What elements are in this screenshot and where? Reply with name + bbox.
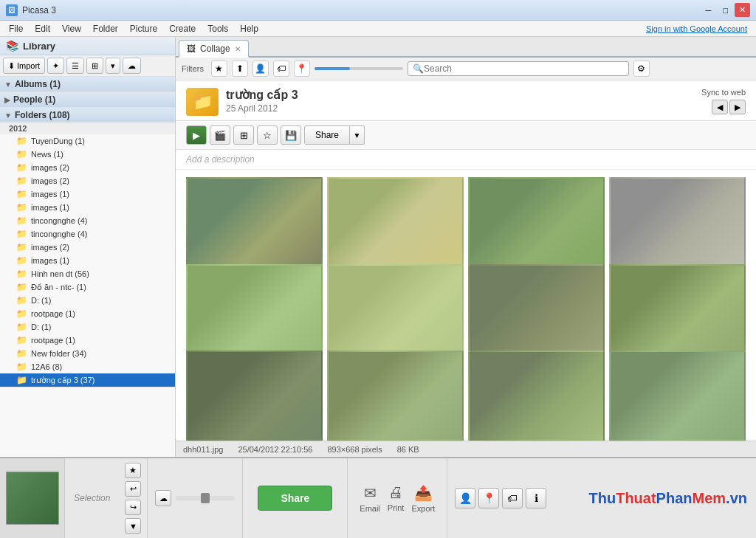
- folder-hinhnendt[interactable]: 📁Hinh nen dt (56): [0, 267, 175, 280]
- search-options-button[interactable]: ⚙: [633, 61, 650, 77]
- menu-folder[interactable]: Folder: [87, 22, 124, 35]
- minimize-button[interactable]: ─: [701, 3, 716, 17]
- photo-thumb-9[interactable]: [186, 351, 323, 441]
- sync-right-button[interactable]: ▶: [729, 100, 746, 114]
- menu-create[interactable]: Create: [163, 22, 202, 35]
- maximize-button[interactable]: □: [718, 3, 733, 17]
- status-datetime: 25/04/2012 22:10:56: [238, 445, 312, 454]
- folders-section: ▼ Folders (108) 2012 📁TuyenDung (1) 📁New…: [0, 108, 175, 387]
- menubar: File Edit View Folder Picture Create Too…: [0, 21, 756, 37]
- status-filename: dhh011.jpg: [183, 445, 223, 454]
- filter-tag-button[interactable]: 🏷: [273, 61, 289, 77]
- menu-tools[interactable]: Tools: [202, 22, 234, 35]
- slideshow-button[interactable]: ▶: [186, 125, 207, 145]
- zoom-slider[interactable]: [176, 496, 235, 500]
- folder-icon: 📁: [16, 282, 27, 292]
- info-button[interactable]: ℹ: [526, 488, 546, 508]
- export-action[interactable]: 📤 Export: [411, 484, 435, 513]
- sidebar-toolbar: ⬇ Import ✦ ☰ ⊞ ▾ ☁: [0, 55, 175, 77]
- album-toolbar: ▶ 🎬 ⊞ ☆ 💾 Share ▼: [176, 121, 756, 150]
- album-description[interactable]: Add a description: [176, 150, 756, 170]
- sidebar: 📚 Library ⬇ Import ✦ ☰ ⊞ ▾ ☁: [0, 37, 176, 457]
- upload-button[interactable]: ☁: [123, 58, 141, 74]
- share-section: Share: [243, 458, 348, 538]
- close-button[interactable]: ✕: [735, 3, 750, 17]
- folder-images1[interactable]: 📁images (2): [0, 161, 175, 174]
- sidebar-scroll[interactable]: ▼ Albums (1) ▶ People (1) ▼ Folders (108…: [0, 77, 175, 457]
- tag-button[interactable]: 🏷: [502, 488, 523, 508]
- tab-icon: 🖼: [187, 44, 196, 54]
- grid-button[interactable]: ⊞: [233, 125, 254, 145]
- filter-upload-button[interactable]: ⬆: [232, 61, 248, 77]
- zoom-handle[interactable]: [201, 493, 210, 503]
- add-button[interactable]: ✦: [47, 58, 64, 74]
- menu-help[interactable]: Help: [234, 22, 264, 35]
- folder-12a6[interactable]: 📁12A6 (8): [0, 360, 175, 373]
- content-area: 🖼 Collage ✕ Filters ★ ⬆ 👤 🏷 📍 🔍 ⚙ 📁 tr: [176, 37, 756, 457]
- sync-arrows: ◀ ▶: [712, 100, 746, 114]
- folder-truong-cap-3[interactable]: 📁 trường cấp 3 (37): [0, 373, 175, 387]
- rotate-right-button[interactable]: ↪: [125, 500, 141, 515]
- list-icon: ☰: [72, 61, 79, 71]
- folder-icon: 📁: [16, 162, 27, 173]
- folder-tuyendung[interactable]: 📁TuyenDung (1): [0, 134, 175, 148]
- people-header[interactable]: ▶ People (1): [0, 92, 175, 107]
- signin-link[interactable]: Sign in with Google Account: [646, 24, 753, 33]
- rotate-left-button[interactable]: ↩: [125, 481, 141, 497]
- folder-tincong1[interactable]: 📁tincongnghe (4): [0, 214, 175, 227]
- filter-people-button[interactable]: 👤: [252, 61, 269, 77]
- import-button[interactable]: ⬇ Import: [3, 58, 45, 74]
- location-button[interactable]: 📍: [478, 488, 499, 508]
- brand-phan: Phan: [656, 490, 693, 507]
- folder-d1[interactable]: 📁D: (1): [0, 294, 175, 307]
- collage-tab[interactable]: 🖼 Collage ✕: [179, 40, 249, 58]
- folder-images4[interactable]: 📁images (1): [0, 201, 175, 214]
- tab-close-button[interactable]: ✕: [235, 45, 241, 53]
- filter-location-button[interactable]: 📍: [294, 61, 310, 77]
- folder-d2[interactable]: 📁D: (1): [0, 320, 175, 334]
- folder-images2[interactable]: 📁images (2): [0, 174, 175, 187]
- photo-thumb-12[interactable]: [609, 351, 746, 441]
- folder-images3[interactable]: 📁images (1): [0, 187, 175, 201]
- menu-edit[interactable]: Edit: [29, 22, 56, 35]
- brand-watermark: ThuThuatPhanMem.vn: [589, 458, 756, 538]
- star-tool-button[interactable]: ★: [125, 463, 141, 478]
- share-main-button[interactable]: Share: [304, 125, 350, 145]
- menu-file[interactable]: File: [3, 22, 29, 35]
- sync-left-button[interactable]: ◀: [712, 100, 728, 114]
- people-tag-button[interactable]: 👤: [455, 488, 475, 508]
- movie-button[interactable]: 🎬: [210, 125, 230, 145]
- folder-icon: 📁: [16, 362, 27, 372]
- folder-rootpage1[interactable]: 📁rootpage (1): [0, 307, 175, 320]
- search-input[interactable]: [424, 63, 624, 74]
- folder-tincong2[interactable]: 📁tincongnghe (4): [0, 227, 175, 241]
- upload-cloud-button[interactable]: ☁: [155, 490, 171, 506]
- folder-newfolder[interactable]: 📁New folder (34): [0, 347, 175, 360]
- folder-doan[interactable]: 📁Đồ ăn - ntc- (1): [0, 280, 175, 294]
- folder-rootpage2[interactable]: 📁rootpage (1): [0, 334, 175, 347]
- more-button[interactable]: ▼: [125, 518, 141, 534]
- menu-view[interactable]: View: [56, 22, 87, 35]
- menu-picture[interactable]: Picture: [124, 22, 163, 35]
- sort-button[interactable]: ▾: [106, 58, 120, 74]
- save-button[interactable]: 💾: [281, 125, 301, 145]
- album-date: 25 April 2012: [226, 103, 298, 114]
- photo-thumb-10[interactable]: [327, 351, 464, 441]
- filter-star-button[interactable]: ★: [211, 61, 227, 77]
- app-icon: 🖼: [6, 4, 18, 16]
- grid-view-button[interactable]: ⊞: [86, 58, 103, 74]
- folders-header[interactable]: ▼ Folders (108): [0, 108, 175, 123]
- selection-label-area: Selection: [65, 458, 119, 538]
- list-view-button[interactable]: ☰: [66, 58, 84, 74]
- photo-thumb-11[interactable]: [468, 351, 605, 441]
- filter-slider[interactable]: [315, 67, 403, 70]
- folder-news[interactable]: 📁News (1): [0, 148, 175, 161]
- print-action[interactable]: 🖨 Print: [388, 484, 405, 512]
- email-action[interactable]: ✉ Email: [360, 484, 380, 513]
- share-dropdown-button[interactable]: ▼: [350, 125, 365, 145]
- share-button[interactable]: Share: [258, 486, 332, 511]
- folder-images5[interactable]: 📁images (2): [0, 241, 175, 254]
- albums-header[interactable]: ▼ Albums (1): [0, 77, 175, 92]
- folder-images6[interactable]: 📁images (1): [0, 254, 175, 267]
- star-button[interactable]: ☆: [257, 125, 278, 145]
